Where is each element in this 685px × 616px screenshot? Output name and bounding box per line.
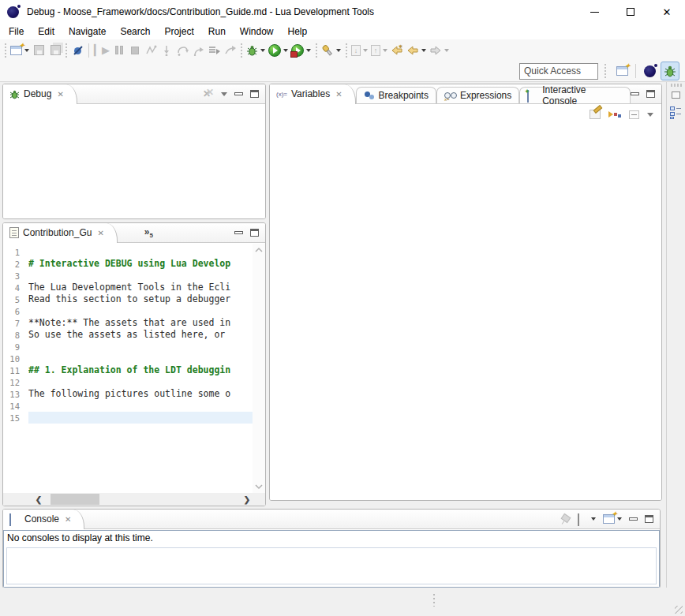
previous-annotation-button[interactable]: ↑ (369, 42, 389, 59)
show-logical-structure-icon[interactable] (608, 111, 621, 118)
scroll-right-icon[interactable]: ❯ (241, 495, 253, 504)
tab-close-icon[interactable]: ✕ (97, 229, 103, 237)
tab-close-icon[interactable]: ✕ (335, 90, 342, 99)
resume-button[interactable]: ▎▶ (92, 42, 111, 59)
show-type-names-icon[interactable] (590, 110, 601, 119)
vertical-scrollbar[interactable] (253, 244, 265, 493)
right-trim-bar (666, 82, 685, 588)
quick-access-input[interactable] (519, 63, 598, 80)
minimize-view-icon[interactable] (629, 517, 638, 521)
open-perspective-button[interactable]: ✦ (612, 62, 631, 80)
tab-console[interactable]: Console ✕ (3, 510, 84, 529)
menu-help[interactable]: Help (281, 24, 315, 39)
scroll-up-icon[interactable] (254, 247, 264, 253)
minimize-view-icon[interactable] (234, 231, 243, 234)
view-menu-icon[interactable] (647, 113, 653, 117)
code-line: 14 (3, 400, 253, 412)
menu-edit[interactable]: Edit (31, 24, 62, 39)
window-maximize-button[interactable] (612, 0, 649, 24)
window-resize-grip[interactable] (675, 606, 683, 614)
title-bar: Debug - Moose_Framework/docs/Contributio… (0, 0, 685, 24)
tab-expressions[interactable]: x= Expressions (436, 87, 519, 103)
minimize-icon (590, 12, 599, 13)
last-edit-location-icon: ✱ (391, 44, 403, 56)
console-text-area[interactable] (6, 547, 657, 584)
current-code-line: 15 (3, 412, 253, 424)
code-line: 13The following pictures outline some o (3, 388, 253, 400)
window-minimize-button[interactable] (576, 0, 612, 24)
hidden-editors-chevron[interactable]: »5 (144, 226, 153, 239)
toolbar-separator (88, 43, 89, 58)
step-into-button[interactable] (159, 42, 174, 59)
view-menu-icon[interactable] (221, 92, 227, 96)
app-logo-icon (7, 6, 19, 18)
use-step-filters-button[interactable] (222, 42, 238, 59)
code-line: 5Read this section to setup a debugger (3, 293, 253, 305)
tab-label: Console (24, 513, 59, 525)
lua-perspective-icon (644, 65, 656, 77)
menu-file[interactable]: File (2, 24, 31, 39)
search-button[interactable] (320, 42, 342, 59)
tab-close-icon[interactable]: ✕ (65, 515, 71, 524)
menu-bar: File Edit Navigate Search Project Run Wi… (0, 24, 685, 39)
debug-button[interactable] (245, 42, 267, 59)
chevron-down-icon (306, 49, 311, 52)
scroll-down-icon[interactable] (254, 483, 264, 490)
debug-view-content (3, 104, 265, 218)
tab-contribution-guide[interactable]: Contribution_Gu ✕ (3, 223, 118, 243)
menu-search[interactable]: Search (113, 24, 157, 39)
pin-console-icon[interactable] (560, 514, 571, 525)
resume-icon: ▎▶ (94, 45, 110, 55)
perspective-toolbar: ✦ (0, 61, 685, 82)
tab-close-icon[interactable]: ✕ (57, 90, 63, 99)
maximize-view-icon[interactable] (250, 90, 259, 98)
horizontal-scrollbar[interactable]: ❮ ❯ (3, 493, 253, 506)
skip-all-breakpoints-button[interactable] (69, 42, 85, 59)
menu-project[interactable]: Project (157, 24, 200, 39)
open-console-button[interactable]: ✦ (603, 514, 622, 524)
editor-body: 1 2# Interactive DEBUG using Lua Develop… (3, 244, 265, 506)
minimize-view-icon[interactable] (234, 92, 243, 95)
run-button[interactable] (267, 42, 290, 59)
terminate-button[interactable] (127, 42, 143, 59)
last-edit-location-button[interactable]: ✱ (389, 42, 405, 59)
scroll-left-icon[interactable]: ❮ (33, 495, 44, 504)
tab-breakpoints[interactable]: Breakpoints (356, 87, 436, 103)
menu-navigate[interactable]: Navigate (62, 24, 113, 39)
drop-to-frame-button[interactable] (206, 42, 222, 59)
outline-view-icon[interactable] (670, 106, 682, 119)
lua-perspective-button[interactable] (640, 62, 659, 80)
minimize-view-icon[interactable] (631, 92, 639, 95)
display-selected-console-button[interactable] (578, 514, 596, 525)
maximize-view-icon[interactable] (646, 90, 655, 98)
save-all-button[interactable] (47, 42, 62, 59)
maximize-view-icon[interactable] (250, 229, 259, 237)
toolbar-grip (239, 43, 243, 58)
scrollbar-track[interactable] (44, 493, 241, 506)
window-close-button[interactable]: ✕ (649, 0, 685, 24)
forward-button[interactable] (428, 42, 451, 59)
menu-window[interactable]: Window (233, 24, 281, 39)
collapse-all-icon[interactable] (629, 110, 639, 119)
suspend-button[interactable] (111, 42, 127, 59)
code-area[interactable]: 1 2# Interactive DEBUG using Lua Develop… (3, 244, 253, 493)
code-line: 4The Lua Development Tools in the Ecli (3, 282, 253, 293)
save-button[interactable] (31, 42, 47, 59)
maximize-view-icon[interactable] (645, 515, 653, 523)
run-external-tools-button[interactable] (290, 42, 313, 59)
restore-views-icon[interactable] (672, 91, 680, 99)
tab-label: Interactive Console (542, 84, 623, 106)
new-wizard-button[interactable]: ✦ (9, 42, 31, 59)
remove-all-terminated-icon[interactable]: ✕ (203, 89, 214, 99)
tab-debug[interactable]: Debug ✕ (3, 84, 77, 104)
step-return-button[interactable] (190, 42, 206, 59)
debug-perspective-button[interactable] (661, 62, 679, 80)
menu-run[interactable]: Run (201, 24, 233, 39)
disconnect-button[interactable] (143, 42, 159, 59)
back-button[interactable] (405, 42, 428, 59)
tab-variables[interactable]: (x)= Variables ✕ (270, 84, 356, 104)
scrollbar-thumb[interactable] (51, 494, 99, 505)
step-over-button[interactable] (174, 42, 190, 59)
tab-interactive-console[interactable]: ✦ Interactive Console (519, 87, 631, 103)
next-annotation-button[interactable]: ↓ (350, 42, 369, 59)
